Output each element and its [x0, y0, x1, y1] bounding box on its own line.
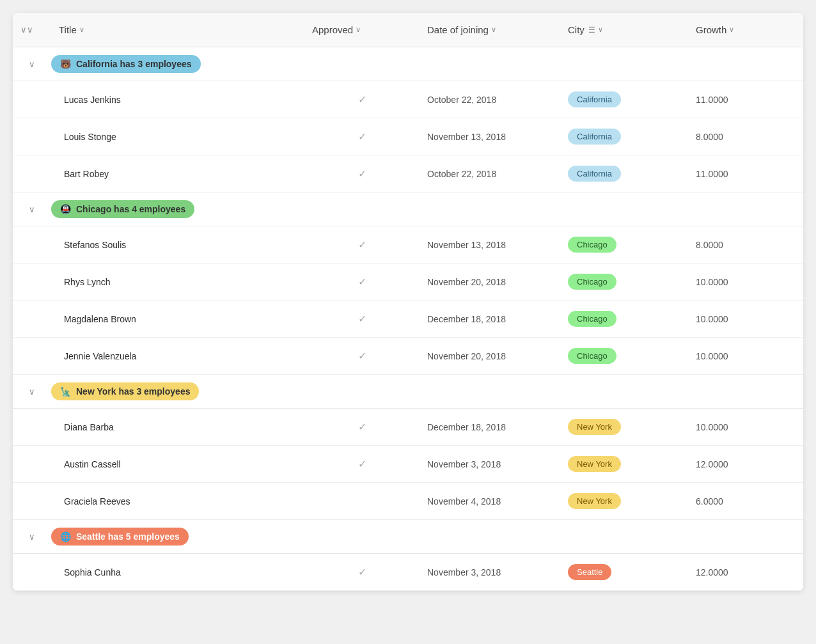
header-growth-label: Growth: [696, 24, 726, 35]
group-row-chicago: ∨🚇 Chicago has 4 employees: [13, 192, 803, 226]
approved-sort-icon: ∨: [356, 26, 361, 34]
check-icon: ✓: [358, 276, 366, 288]
city-filter-icon: ☰: [588, 26, 595, 35]
date-cell: November 20, 2018: [420, 342, 560, 370]
row-expand-cell: [13, 91, 51, 109]
row-expand-cell: [13, 165, 51, 183]
check-icon: ✓: [358, 421, 366, 433]
group-badge-new-york[interactable]: 🗽 New York has 3 employees: [51, 382, 199, 400]
city-badge: Chicago: [568, 348, 616, 364]
growth-cell: 10.0000: [688, 413, 803, 441]
table-row: Rhys Lynch✓November 20, 2018Chicago10.00…: [13, 263, 803, 301]
check-icon: ✓: [358, 458, 366, 470]
check-icon: ✓: [358, 130, 366, 143]
group-toggle-california[interactable]: ∨: [13, 59, 51, 69]
date-cell: November 13, 2018: [420, 231, 560, 259]
header-growth[interactable]: Growth ∨: [688, 13, 803, 47]
group-label-california: 🐻 California has 3 employees: [51, 55, 803, 73]
group-badge-seattle[interactable]: 🌐 Seattle has 5 employees: [51, 528, 189, 546]
date-cell: November 4, 2018: [420, 487, 560, 515]
city-cell: California: [560, 120, 688, 153]
table-row: Jennie Valenzuela✓November 20, 2018Chica…: [13, 338, 803, 375]
header-approved-label: Approved: [312, 24, 353, 35]
growth-cell: 6.0000: [688, 487, 803, 515]
group-badge-california[interactable]: 🐻 California has 3 employees: [51, 55, 201, 73]
approved-cell: ✓: [304, 557, 420, 587]
approved-cell: ✓: [304, 412, 420, 442]
header-title[interactable]: Title ∨: [51, 13, 304, 47]
employee-name: Lucas Jenkins: [51, 86, 304, 114]
date-cell: November 20, 2018: [420, 268, 560, 296]
employee-name: Diana Barba: [51, 413, 304, 441]
employee-name: Stefanos Soulis: [51, 231, 304, 259]
growth-cell: 12.0000: [688, 450, 803, 478]
group-text-chicago: Chicago has 4 employees: [76, 204, 185, 214]
city-badge: New York: [568, 419, 621, 435]
table-row: Sophia Cunha✓November 3, 2018Seattle12.0…: [13, 554, 803, 591]
row-expand-cell: [13, 418, 51, 436]
group-badge-chicago[interactable]: 🚇 Chicago has 4 employees: [51, 200, 194, 218]
check-icon: ✓: [358, 239, 366, 251]
row-expand-cell: [13, 347, 51, 365]
expand-all-icon: ∨: [20, 25, 33, 35]
group-text-seattle: Seattle has 5 employees: [76, 531, 180, 542]
approved-cell: ✓: [304, 84, 420, 114]
header-expand[interactable]: ∨: [13, 13, 51, 47]
group-label-seattle: 🌐 Seattle has 5 employees: [51, 528, 803, 546]
city-badge: New York: [568, 493, 621, 509]
row-expand-cell: [13, 563, 51, 581]
approved-cell: ✓: [304, 267, 420, 297]
header-date[interactable]: Date of joining ∨: [420, 13, 560, 47]
city-cell: Chicago: [560, 302, 688, 336]
group-toggle-seattle[interactable]: ∨: [13, 532, 51, 542]
table-row: Graciela ReevesNovember 4, 2018New York6…: [13, 483, 803, 520]
growth-cell: 10.0000: [688, 268, 803, 296]
city-badge: California: [568, 129, 621, 145]
employee-name: Louis Stonge: [51, 123, 304, 151]
growth-cell: 11.0000: [688, 86, 803, 114]
group-row-california: ∨🐻 California has 3 employees: [13, 47, 803, 81]
city-cell: New York: [560, 410, 688, 444]
table-header: ∨ Title ∨ Approved ∨ Date of joining ∨ C…: [13, 13, 803, 47]
table-body: ∨🐻 California has 3 employeesLucas Jenki…: [13, 47, 803, 591]
title-sort-icon: ∨: [79, 26, 84, 34]
header-city[interactable]: City ☰ ∨: [560, 13, 688, 47]
growth-sort-icon: ∨: [729, 26, 734, 34]
city-badge: Chicago: [568, 274, 616, 290]
group-flag-california: 🐻: [60, 59, 71, 69]
row-expand-cell: [13, 273, 51, 291]
check-icon: ✓: [358, 313, 366, 325]
row-expand-cell: [13, 310, 51, 328]
approved-cell: ✓: [304, 304, 420, 334]
employee-name: Austin Cassell: [51, 450, 304, 478]
group-text-california: California has 3 employees: [76, 59, 192, 69]
city-cell: California: [560, 157, 688, 191]
chevron-icon: ∨: [29, 59, 35, 69]
header-title-label: Title: [59, 24, 77, 35]
city-badge: California: [568, 91, 621, 107]
approved-cell: ✓: [304, 449, 420, 479]
approved-cell: [304, 492, 420, 510]
approved-cell: ✓: [304, 341, 420, 371]
approved-cell: ✓: [304, 122, 420, 152]
growth-cell: 12.0000: [688, 558, 803, 586]
header-approved[interactable]: Approved ∨: [304, 13, 420, 47]
date-cell: November 3, 2018: [420, 450, 560, 478]
check-icon: ✓: [358, 168, 366, 180]
group-toggle-chicago[interactable]: ∨: [13, 205, 51, 214]
employee-name: Bart Robey: [51, 160, 304, 188]
header-date-label: Date of joining: [427, 24, 489, 35]
table-row: Stefanos Soulis✓November 13, 2018Chicago…: [13, 226, 803, 263]
check-icon: ✓: [358, 350, 366, 362]
row-expand-cell: [13, 492, 51, 510]
growth-cell: 8.0000: [688, 123, 803, 151]
group-toggle-new-york[interactable]: ∨: [13, 387, 51, 397]
chevron-icon: ∨: [29, 205, 35, 214]
table-row: Austin Cassell✓November 3, 2018New York1…: [13, 446, 803, 483]
group-row-new-york: ∨🗽 New York has 3 employees: [13, 375, 803, 409]
approved-cell: ✓: [304, 159, 420, 189]
table-row: Bart Robey✓October 22, 2018California11.…: [13, 155, 803, 192]
header-city-label: City: [568, 24, 585, 35]
group-text-new-york: New York has 3 employees: [76, 386, 190, 397]
table-row: Lucas Jenkins✓October 22, 2018California…: [13, 81, 803, 118]
